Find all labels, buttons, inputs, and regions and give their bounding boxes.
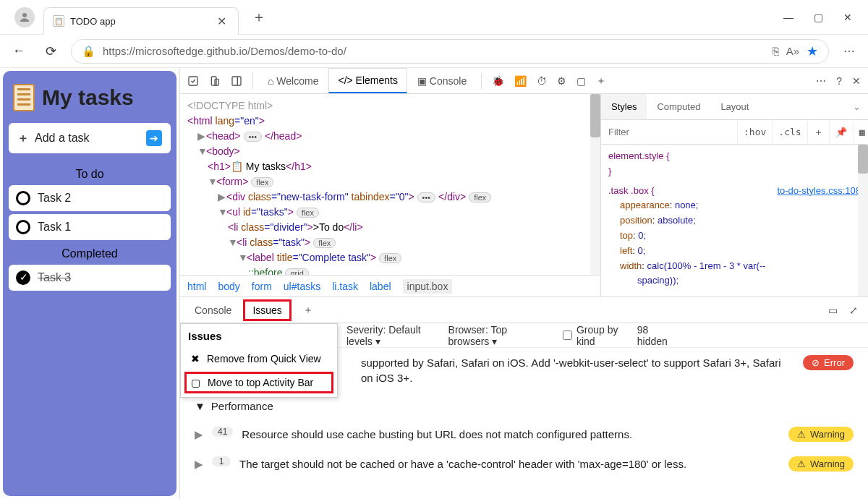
plus-icon: ＋ (17, 131, 29, 146)
crumb[interactable]: body (218, 281, 239, 292)
drawer: Console Issues ＋ ▭ ⤢ Issues ✖ Remove fro… (180, 297, 868, 499)
task-item[interactable]: Task 1 (9, 214, 171, 240)
add-task-label: Add a task (35, 132, 90, 145)
crumb[interactable]: label (370, 281, 391, 292)
todo-app: My tasks ＋ Add a task ➔ To do Task 2 Tas… (3, 71, 176, 496)
issue-row[interactable]: ▶ 41 Resource should use cache busting b… (180, 419, 868, 449)
performance-icon[interactable]: ⏱ (532, 72, 551, 90)
pin-icon[interactable]: 📌 (829, 120, 853, 144)
context-menu-move-top[interactable]: ▢ Move to top Activity Bar (185, 372, 333, 393)
scrollbar-thumb[interactable] (590, 94, 600, 137)
task-item-done[interactable]: Task 3 (9, 265, 171, 291)
close-devtools-button[interactable]: ✕ (848, 72, 865, 90)
scrollbar-thumb[interactable] (858, 145, 868, 174)
drawer-tab-console[interactable]: Console (186, 300, 240, 320)
network-icon[interactable]: 📶 (510, 72, 531, 90)
drawer-tab-issues[interactable]: Issues (243, 299, 291, 321)
url-field[interactable]: 🔒 https://microsoftedge.github.io/Demos/… (71, 39, 829, 64)
inspect-button[interactable] (183, 72, 203, 90)
maximize-button[interactable]: ▢ (814, 12, 823, 23)
crumb[interactable]: li.task (332, 281, 358, 292)
url-text: https://microsoftedge.github.io/Demos/de… (103, 45, 765, 57)
more-button[interactable]: ⋯ (843, 44, 855, 58)
context-menu: Issues ✖ Remove from Quick View ▢ Move t… (180, 323, 338, 398)
context-menu-remove[interactable]: ✖ Remove from Quick View (181, 348, 337, 370)
bug-icon[interactable]: 🐞 (488, 72, 509, 90)
styles-filter-input[interactable] (601, 127, 737, 137)
issue-message: supported by Safari, Safari on iOS. Add … (361, 355, 794, 385)
memory-icon[interactable]: ⚙ (553, 72, 571, 90)
warning-badge: ⚠ Warning (788, 427, 854, 442)
cls-button[interactable]: .cls (772, 120, 807, 144)
read-aloud-icon[interactable]: A» (786, 45, 799, 57)
issue-message: The target should not be cached or have … (239, 456, 780, 472)
issues-panel: Issues ✖ Remove from Quick View ▢ Move t… (180, 323, 868, 499)
drawer-tabs: Console Issues ＋ ▭ ⤢ (180, 297, 868, 323)
issue-count: 41 (212, 427, 233, 437)
issue-row[interactable]: ▶ 1 The target should not be cached or h… (180, 449, 868, 479)
crumb[interactable]: html (187, 281, 206, 292)
close-window-button[interactable]: ✕ (843, 12, 852, 23)
hidden-count[interactable]: 98 hidden (637, 324, 673, 347)
issue-count: 1 (212, 456, 231, 466)
tab-elements[interactable]: </> Elements (328, 68, 407, 93)
task-label: Task 3 (38, 271, 71, 284)
add-task-input[interactable]: ＋ Add a task ➔ (9, 123, 171, 153)
dom-breadcrumb[interactable]: html body form ul#tasks li.task label in… (180, 275, 600, 297)
app-icon[interactable]: ⎘ (773, 45, 779, 57)
dock-button[interactable] (226, 72, 247, 90)
add-tab-button[interactable]: ＋ (592, 72, 610, 90)
tab-console[interactable]: ▣ Console (409, 69, 475, 93)
checkbox-checked-icon[interactable] (16, 270, 30, 285)
styles-filter-bar: :hov .cls ＋ 📌 ▦ (601, 120, 868, 145)
new-tab-button[interactable]: ＋ (246, 4, 272, 30)
favorite-icon[interactable]: ★ (807, 43, 818, 59)
svg-rect-2 (211, 77, 216, 85)
styles-tabs: Styles Computed Layout ⌄ (601, 94, 868, 120)
task-label: Task 1 (38, 221, 71, 234)
hov-button[interactable]: :hov (737, 120, 772, 144)
warning-badge: ⚠ Warning (788, 456, 854, 472)
tab-styles[interactable]: Styles (601, 94, 647, 119)
task-item[interactable]: Task 2 (9, 185, 171, 211)
svg-rect-4 (232, 77, 241, 85)
crumb[interactable]: ul#tasks (284, 281, 320, 292)
browser-tab[interactable]: 📋 TODO app ✕ (43, 7, 239, 35)
group-by-kind-checkbox[interactable]: Group by kind (563, 324, 624, 347)
svg-rect-3 (215, 79, 218, 85)
drawer-add-tab[interactable]: ＋ (294, 299, 322, 321)
crumb-selected[interactable]: input.box (403, 279, 453, 294)
css-rules[interactable]: element.style { } .task .box {to-do-styl… (601, 145, 868, 297)
checkbox-icon[interactable] (16, 191, 30, 205)
profile-avatar[interactable] (14, 7, 35, 27)
tab-title: TODO app (70, 16, 214, 27)
computed-toggle-icon[interactable]: ▦ (853, 120, 868, 144)
checkbox-icon[interactable] (16, 220, 30, 234)
dom-tree[interactable]: <!DOCTYPE html> <html lang="en"> ▶<head>… (180, 94, 600, 275)
drawer-expand-icon[interactable]: ⤢ (845, 302, 862, 319)
chevron-down-icon[interactable]: ⌄ (846, 94, 868, 119)
source-link[interactable]: to-do-styles.css:108 (777, 184, 861, 199)
drawer-dock-icon[interactable]: ▭ (824, 302, 842, 319)
back-button[interactable]: ← (7, 40, 30, 63)
task-label: Task 2 (38, 192, 71, 205)
close-tab-button[interactable]: ✕ (214, 14, 229, 28)
error-badge: ⊘ Error (803, 355, 854, 370)
refresh-button[interactable]: ⟳ (39, 40, 62, 63)
crumb[interactable]: form (252, 281, 272, 292)
minimize-button[interactable]: — (783, 12, 793, 23)
new-rule-button[interactable]: ＋ (807, 120, 829, 144)
help-button[interactable]: ? (832, 72, 846, 90)
clipboard-icon (13, 84, 35, 111)
device-button[interactable] (205, 72, 225, 90)
tab-computed[interactable]: Computed (647, 94, 710, 119)
tab-welcome[interactable]: ⌂ Welcome (259, 69, 327, 93)
submit-icon[interactable]: ➔ (146, 130, 162, 146)
page-icon: 📋 (53, 15, 64, 27)
styles-panel: Styles Computed Layout ⌄ :hov .cls ＋ 📌 ▦ (600, 94, 868, 297)
severity-label: Severity: Default levels ▾ (346, 324, 435, 347)
tab-layout[interactable]: Layout (710, 94, 759, 119)
unpin-icon: ✖ (191, 353, 200, 364)
more-tools-button[interactable]: ⋯ (812, 72, 830, 90)
app-icon[interactable]: ▢ (572, 72, 590, 90)
